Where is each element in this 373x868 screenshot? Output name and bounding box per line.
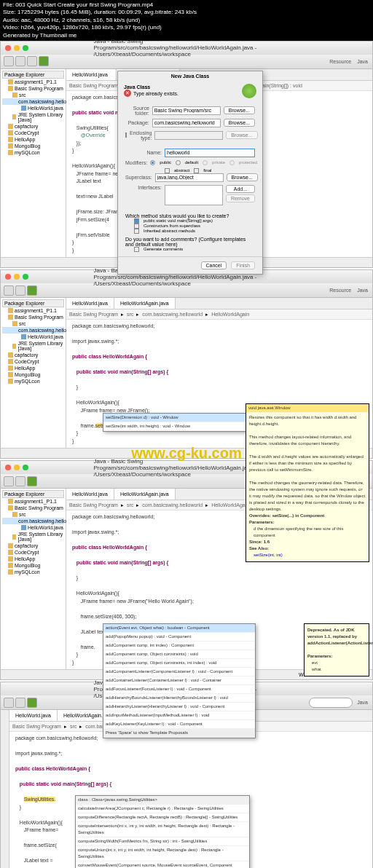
tree-item[interactable]: Basic Swing Program — [2, 85, 64, 92]
ac-item[interactable]: computeDifference(Rectangle rectA, Recta… — [76, 813, 249, 822]
editor-tab[interactable]: HelloWorld.java — [66, 298, 114, 309]
tree-item[interactable]: capfactory — [2, 542, 64, 549]
save-icon[interactable] — [15, 285, 25, 296]
superclass-input[interactable] — [155, 173, 224, 182]
save-icon[interactable] — [15, 698, 25, 708]
ac-item[interactable]: computeUnion(int x, int y, int width, in… — [76, 846, 249, 861]
tree-item[interactable]: HelloWorld.java — [2, 524, 64, 531]
ac-item[interactable]: addComponentListener(ComponentListener l… — [103, 668, 255, 676]
code-editor[interactable]: package com.basicswing.helloworld; impor… — [66, 320, 372, 448]
cancel-button[interactable]: Cancel — [201, 261, 227, 269]
ac-item[interactable]: addContainerListener(ContainerListener l… — [103, 676, 255, 685]
minimize-window-button[interactable] — [14, 465, 20, 470]
ac-item[interactable]: addHierarchyListener(HierarchyListener l… — [103, 703, 255, 711]
name-input[interactable] — [165, 149, 255, 157]
enclosing-checkbox[interactable] — [125, 133, 127, 138]
close-window-button[interactable] — [5, 274, 11, 280]
remove-button[interactable]: Remove — [226, 194, 255, 202]
radio-protected[interactable] — [229, 160, 235, 165]
tree-item-selected[interactable]: com.basicswing.helloworld — [2, 327, 64, 334]
tree-item[interactable]: HelloWorld.java — [2, 334, 64, 340]
collapsed-sidebar[interactable] — [1, 710, 9, 868]
checkbox-abstract[interactable] — [165, 168, 170, 173]
tree-item-selected[interactable]: com.basicswing.helloworld — [2, 98, 64, 105]
ac-item[interactable]: addKeyListener(KeyListener l) : void - C… — [103, 720, 255, 729]
perspective-java[interactable]: Java — [356, 287, 369, 293]
finish-button[interactable]: Finish — [231, 261, 255, 269]
tree-item[interactable]: src — [2, 511, 64, 518]
ac-item[interactable]: addComponent comp, Object constraints, i… — [103, 659, 255, 668]
editor-tab[interactable]: HelloWorld.java — [66, 69, 117, 80]
debug-icon[interactable] — [27, 56, 37, 66]
tree-item[interactable]: capfactory — [2, 352, 64, 358]
tree-item-selected[interactable]: com.basicswing.helloworld — [2, 518, 64, 524]
tree-item[interactable]: CodeCrypt — [2, 549, 64, 556]
ac-item[interactable]: computeStringWidth(FontMetrics fm, Strin… — [76, 837, 249, 846]
ac-item[interactable]: setSize(int width, int height) : void - … — [103, 422, 248, 431]
tree-item[interactable]: mySQLcon — [2, 378, 64, 384]
tree-item[interactable]: HelloApp — [2, 556, 64, 562]
quick-access-input[interactable] — [309, 698, 353, 708]
tree-item[interactable]: Basic Swing Program — [2, 314, 64, 320]
radio-default[interactable] — [176, 160, 181, 165]
checkbox-inherited[interactable] — [134, 229, 139, 234]
new-icon[interactable] — [4, 476, 14, 486]
ac-item[interactable]: addComponent comp, int index) : Componen… — [103, 642, 255, 650]
run-icon[interactable] — [27, 476, 37, 486]
tree-item[interactable]: MongoBlog — [2, 371, 64, 378]
editor-tab[interactable]: HelloWorldAgain.java — [114, 298, 176, 309]
radio-public[interactable] — [150, 160, 155, 165]
run-icon[interactable] — [39, 56, 49, 66]
run-icon[interactable] — [27, 698, 37, 708]
interfaces-list[interactable] — [165, 185, 223, 205]
tree-item[interactable]: HelloWorld.java — [2, 105, 64, 111]
perspective-java[interactable]: Java — [356, 58, 369, 65]
tree-item[interactable]: CodeCrypt — [2, 358, 64, 365]
tree-item[interactable]: HelloApp — [2, 365, 64, 371]
ac-item[interactable]: action(Event evt, Object what) : boolean… — [103, 624, 255, 633]
run-icon[interactable] — [27, 285, 37, 296]
tree-item[interactable]: JRE System Library [Java] — [2, 111, 64, 123]
close-window-button[interactable] — [5, 45, 11, 51]
tree-item[interactable]: CodeCrypt — [2, 130, 64, 136]
perspective-resource[interactable]: Resource — [328, 58, 353, 65]
ac-item[interactable]: add(PopupMenu popup) : void - Component — [103, 633, 255, 642]
ac-item[interactable]: setSize(Dimension d) : void - Window — [103, 414, 248, 422]
maximize-window-button[interactable] — [23, 465, 28, 470]
browse-button[interactable]: Browse... — [224, 119, 255, 127]
editor-tab[interactable]: HelloWorldAgain.java — [114, 489, 176, 500]
tree-item[interactable]: src — [2, 92, 64, 98]
save-icon[interactable] — [15, 56, 25, 66]
tree-item[interactable]: mySQLcon — [2, 149, 64, 156]
maximize-window-button[interactable] — [23, 274, 28, 280]
editor-tab[interactable]: HelloWorld.java — [9, 710, 58, 721]
ac-item[interactable]: addComponent comp, Object constraints) :… — [103, 650, 255, 659]
package-input[interactable] — [152, 119, 221, 127]
tree-item[interactable]: assignment1_P1.1 — [2, 79, 64, 85]
perspective-java[interactable]: Java — [356, 699, 369, 706]
new-icon[interactable] — [4, 698, 14, 708]
tree-item[interactable]: MongoBlog — [2, 562, 64, 569]
checkbox-constructors[interactable] — [134, 224, 139, 229]
minimize-window-button[interactable] — [14, 45, 20, 51]
tree-item[interactable]: assignment1_P1.1 — [2, 498, 64, 505]
editor-tab[interactable]: HelloWorld.java — [66, 489, 114, 500]
tree-item[interactable]: MongoBlog — [2, 143, 64, 149]
maximize-window-button[interactable] — [23, 45, 28, 51]
perspective-resource[interactable]: Resource — [328, 287, 353, 293]
checkbox-comments[interactable] — [134, 247, 139, 252]
tree-item[interactable]: JRE System Library [Java] — [2, 340, 64, 352]
tree-item[interactable]: HelloApp — [2, 136, 64, 143]
enclosing-input[interactable] — [154, 131, 223, 140]
new-icon[interactable] — [4, 285, 14, 296]
ac-item[interactable]: computeIntersection(int x, int y, int wi… — [76, 822, 249, 837]
ac-item[interactable]: convertMouseEvent(Component source, Mous… — [76, 861, 249, 868]
checkbox-final[interactable] — [194, 168, 199, 173]
add-button[interactable]: Add... — [226, 185, 255, 193]
save-icon[interactable] — [15, 476, 25, 486]
close-window-button[interactable] — [5, 465, 11, 470]
radio-private[interactable] — [203, 160, 208, 165]
tree-item[interactable]: capfactory — [2, 123, 64, 130]
minimize-window-button[interactable] — [14, 274, 20, 280]
browse-button[interactable]: Browse... — [226, 131, 257, 139]
